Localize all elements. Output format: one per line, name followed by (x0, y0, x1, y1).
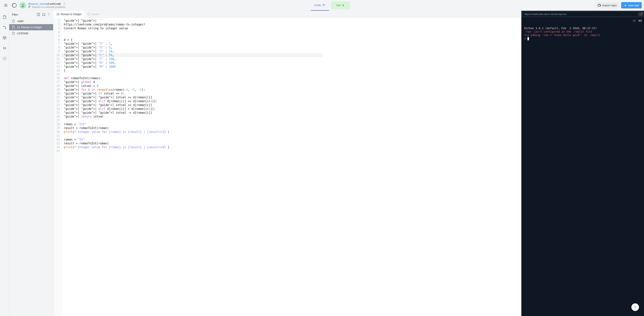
project-subtitle: Solution to Leetcode problems (32, 6, 66, 9)
svg-point-10 (49, 15, 49, 15)
file-list: .replit 13. Roman to Integer LICENSE (9, 18, 53, 316)
line-gutter: 1234567891011121314151617181920212223242… (53, 18, 62, 316)
python-icon (28, 6, 31, 9)
open-external-icon[interactable] (640, 12, 643, 16)
svg-point-2 (323, 4, 324, 5)
svg-point-5 (4, 58, 5, 59)
project-name: LeetCode (48, 2, 61, 5)
history-icon (88, 13, 90, 16)
github-icon (598, 4, 601, 7)
console-clear-icon[interactable] (638, 19, 642, 22)
invite-button[interactable]: invite (311, 0, 329, 11)
help-button[interactable]: ? (631, 303, 639, 311)
svg-point-12 (50, 27, 50, 28)
more-icon[interactable] (47, 13, 50, 16)
plus-icon (624, 4, 627, 7)
svg-point-11 (50, 26, 50, 27)
console-pane: Python 3.8.1 (default, Feb 2 2020, 08:37… (521, 11, 644, 316)
editor-tabs: 13. Roman to Integer saved (53, 11, 521, 18)
new-file-icon[interactable] (36, 13, 40, 16)
new-repl-button[interactable]: new repl (621, 2, 642, 9)
code-body[interactable]: "guide">│ "guide">│ ''' https://leetcode… (62, 18, 172, 316)
invite-icon (322, 3, 326, 7)
svg-point-9 (49, 14, 49, 15)
header: @varun_verma/LeetCode Solution to Leetco… (0, 0, 644, 11)
files-title: Files (12, 13, 18, 16)
files-icon[interactable] (2, 14, 8, 20)
svg-point-8 (49, 13, 49, 14)
console-output[interactable]: Python 3.8.1 (default, Feb 2 2020, 08:37… (522, 17, 644, 316)
svg-point-4 (5, 28, 6, 29)
svg-point-1 (22, 4, 24, 5)
saved-status: saved (85, 13, 102, 16)
version-control-icon[interactable] (2, 25, 8, 30)
console-url-bar (522, 11, 644, 17)
file-menu-icon[interactable] (49, 26, 52, 29)
play-icon (342, 4, 344, 7)
avatar[interactable] (20, 2, 26, 9)
new-folder-icon[interactable] (42, 13, 46, 16)
debugger-icon[interactable] (2, 45, 8, 51)
hamburger-icon[interactable] (2, 2, 9, 9)
console-cursor (528, 37, 529, 40)
file-icon (12, 20, 15, 23)
code-editor[interactable]: 1234567891011121314151617181920212223242… (53, 18, 521, 316)
pencil-icon[interactable] (63, 2, 66, 5)
editor-pane: 13. Roman to Integer saved 1234567891011… (53, 11, 521, 316)
editor-tab[interactable]: 13. Roman to Integer (53, 11, 85, 18)
file-item-replit[interactable]: .replit (9, 18, 53, 24)
file-icon (12, 26, 15, 29)
import-repo-button[interactable]: import repo (595, 2, 619, 9)
file-item-roman[interactable]: 13. Roman to Integer (9, 24, 53, 30)
console-open-icon[interactable] (632, 19, 636, 22)
file-item-license[interactable]: LICENSE (9, 30, 53, 37)
packages-icon[interactable] (2, 35, 8, 41)
svg-point-3 (3, 26, 4, 27)
replit-logo[interactable] (11, 2, 18, 9)
file-icon (12, 32, 15, 35)
left-rail (0, 11, 9, 316)
console-url-input[interactable] (523, 12, 638, 17)
project-title-block: @varun_verma/LeetCode Solution to Leetco… (28, 2, 66, 9)
run-button[interactable]: run (331, 2, 350, 9)
settings-icon[interactable] (2, 56, 8, 61)
svg-point-13 (50, 28, 50, 28)
author-link[interactable]: @varun_verma (28, 2, 48, 5)
files-sidebar: Files .replit 13. Roman to Integer (9, 11, 53, 316)
